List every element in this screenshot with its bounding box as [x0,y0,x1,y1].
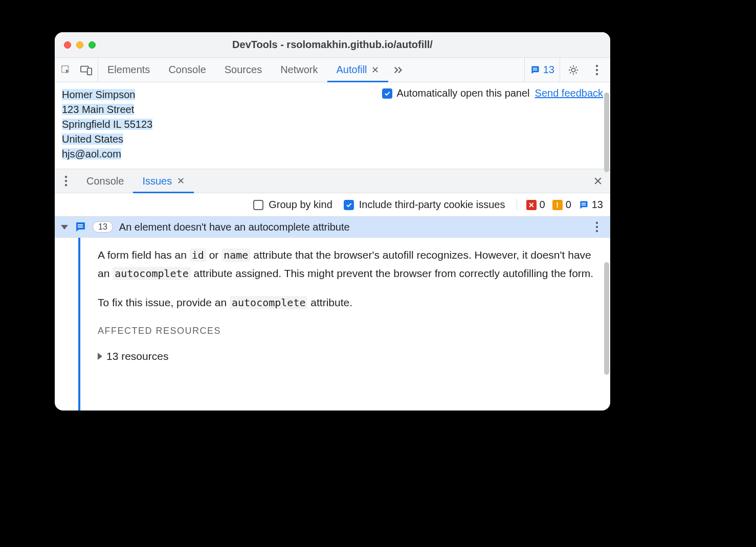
checkbox-unchecked-icon [253,200,263,210]
tab-sources[interactable]: Sources [215,58,271,82]
zoom-window-icon[interactable] [88,41,96,49]
main-toolbar: Elements Console Sources Network Autofil… [55,58,610,82]
window-title: DevTools - rsolomakhin.github.io/autofil… [55,39,610,51]
auto-open-panel-checkbox[interactable]: Automatically open this panel [382,87,529,99]
traffic-lights [64,41,96,49]
svg-point-7 [596,73,598,75]
info-count[interactable]: 13 [579,199,603,211]
svg-rect-4 [533,70,537,71]
checkbox-checked-icon [382,88,392,99]
warnings-count[interactable]: ! 0 [552,199,571,211]
inspect-element-icon[interactable] [59,63,73,77]
svg-point-10 [65,184,67,186]
autofill-city-state: Springfield IL [62,119,124,130]
checkbox-checked-icon [344,200,354,210]
main-tabs: Elements Console Sources Network Autofil… [98,58,388,82]
drawer-tab-issues[interactable]: Issues ✕ [133,169,194,193]
svg-rect-13 [78,224,83,225]
group-by-kind-label: Group by kind [269,199,332,211]
close-drawer-icon[interactable] [586,169,610,193]
scrollbar[interactable] [604,93,609,172]
tab-autofill-label: Autofill [337,64,367,76]
issue-row[interactable]: 13 An element doesn't have an autocomple… [55,217,610,238]
issue-badge-count: 13 [93,221,113,233]
issue-detail: A form field has an id or name attribute… [55,238,610,411]
issues-count: 13 [543,64,554,76]
scrollbar[interactable] [604,262,609,375]
issues-speech-icon [530,65,540,75]
expand-issue-icon[interactable] [61,225,68,230]
drawer-menu-icon[interactable] [55,169,77,193]
overflow-menu-icon[interactable] [587,58,607,82]
issue-counts: ✕ 0 ! 0 13 [517,199,604,211]
svg-point-9 [65,180,67,182]
svg-rect-12 [582,204,586,206]
autofill-street: 123 Main Street [62,104,134,115]
resources-toggle[interactable]: 13 resources [98,347,595,366]
minimize-window-icon[interactable] [76,41,83,49]
expand-resources-icon[interactable] [98,353,102,360]
tab-autofill[interactable]: Autofill ✕ [327,58,388,82]
include-third-party-label: Include third-party cookie issues [359,199,505,211]
svg-point-15 [596,222,598,224]
svg-rect-3 [533,67,537,69]
svg-point-6 [596,69,598,71]
device-toolbar-icon[interactable] [79,63,94,77]
send-feedback-link[interactable]: Send feedback [535,87,603,99]
resources-count: 13 resources [106,347,168,366]
devtools-window: DevTools - rsolomakhin.github.io/autofil… [55,32,610,411]
drawer-tab-console[interactable]: Console [77,169,133,193]
affected-resources-label: AFFECTED RESOURCES [98,323,595,339]
close-window-icon[interactable] [64,41,71,49]
warning-icon: ! [552,200,563,210]
auto-open-panel-label: Automatically open this panel [396,87,529,99]
svg-point-5 [596,64,598,66]
issues-counter[interactable]: 13 [524,58,560,82]
svg-point-17 [596,230,598,232]
close-drawer-tab-icon[interactable]: ✕ [177,175,185,187]
autofill-address-block: Homer Simpson 123 Main Street Springfiel… [62,87,152,162]
svg-point-16 [596,226,598,228]
svg-rect-2 [87,68,92,75]
issue-kind-icon [74,221,86,233]
autofill-email: hjs@aol.com [62,148,121,159]
svg-rect-11 [582,202,586,203]
issues-toolbar: Group by kind Include third-party cookie… [55,193,610,217]
tab-console[interactable]: Console [159,58,215,82]
autofill-name: Homer Simpson [62,89,135,100]
autofill-panel: Homer Simpson 123 Main Street Springfiel… [55,82,610,169]
more-tabs-icon[interactable] [388,58,409,82]
errors-count[interactable]: ✕ 0 [526,199,545,211]
autofill-country: United States [62,133,123,145]
issue-title: An element doesn't have an autocomplete … [119,221,350,233]
include-third-party-checkbox[interactable]: Include third-party cookie issues [344,199,505,211]
svg-point-8 [65,176,67,178]
tab-elements[interactable]: Elements [98,58,159,82]
group-by-kind-checkbox[interactable]: Group by kind [253,199,332,211]
error-icon: ✕ [526,200,537,210]
svg-rect-14 [78,226,83,227]
issue-description-1: A form field has an id or name attribute… [98,246,595,282]
issue-menu-icon[interactable] [590,221,604,233]
info-speech-icon [579,200,589,210]
close-tab-icon[interactable]: ✕ [371,64,379,76]
issue-description-2: To fix this issue, provide an autocomple… [98,293,595,312]
settings-icon[interactable] [563,58,584,82]
drawer-header: Console Issues ✕ [55,169,610,193]
tab-network[interactable]: Network [271,58,327,82]
window-titlebar: DevTools - rsolomakhin.github.io/autofil… [55,32,610,58]
autofill-zip: 55123 [124,119,153,130]
drawer-tab-issues-label: Issues [142,175,172,187]
